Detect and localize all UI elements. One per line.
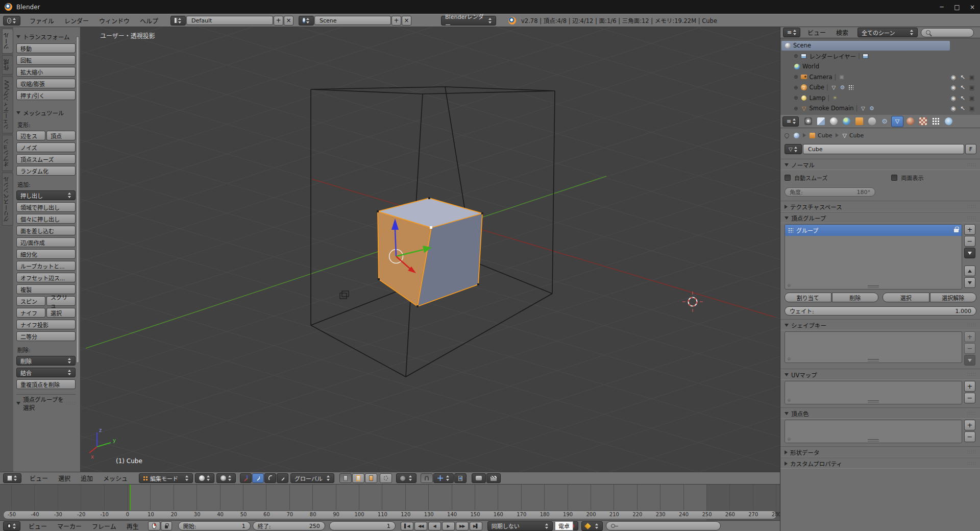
snap-toggle-button[interactable] bbox=[421, 473, 433, 483]
selectable-cursor-icon[interactable]: ↖ bbox=[959, 105, 966, 112]
timeline-track[interactable]: -50-40-30-20-100102030405060708090100110… bbox=[0, 485, 780, 520]
tool-button-押し出し[interactable]: 押し出し bbox=[16, 190, 76, 200]
delete-layout-button[interactable]: × bbox=[284, 16, 293, 26]
mesh-datablock-button[interactable]: ▽ bbox=[785, 144, 802, 154]
tool-button-面を差し込む[interactable]: 面を差し込む bbox=[16, 226, 76, 235]
viewport-menu-追加[interactable]: 追加 bbox=[76, 474, 98, 482]
remove-vertex-group-button[interactable]: − bbox=[964, 236, 975, 247]
shape-key-specials-button[interactable] bbox=[964, 355, 975, 366]
auto-smooth-checkbox[interactable] bbox=[785, 175, 791, 181]
keying-set-select[interactable] bbox=[581, 521, 603, 531]
tool-button-移動[interactable]: 移動 bbox=[16, 43, 76, 53]
tool-button-ループカットと...[interactable]: ループカットと... bbox=[16, 261, 76, 271]
tool-button-ランダム化[interactable]: ランダム化 bbox=[16, 166, 76, 176]
renderable-camera-icon[interactable]: ▣ bbox=[968, 94, 975, 102]
play-button[interactable]: ▶ bbox=[442, 522, 455, 530]
weight-slider[interactable]: ウェイト:1.000 bbox=[785, 306, 976, 316]
properties-tab-scene[interactable] bbox=[827, 116, 840, 127]
active-keying-set-field[interactable] bbox=[606, 521, 721, 530]
vertex-groups-list[interactable]: グループ ⊕ bbox=[785, 224, 962, 289]
delete-scene-button[interactable]: × bbox=[402, 16, 411, 26]
outliner-row-Cube[interactable]: ⊕▽Cube|▽⚙◉↖▣ bbox=[780, 82, 980, 93]
menu-ファイル[interactable]: ファイル bbox=[24, 16, 59, 25]
pivot-select[interactable] bbox=[216, 473, 236, 483]
tool-button-収縮/膨張[interactable]: 収縮/膨張 bbox=[16, 79, 76, 88]
tool-button-辺/面作成[interactable]: 辺/面作成 bbox=[16, 237, 76, 247]
expand-icon[interactable]: ⊕ bbox=[794, 85, 798, 90]
screen-layout-field[interactable]: Default bbox=[186, 16, 273, 25]
editor-type-button[interactable]: ≡ bbox=[782, 116, 799, 127]
current-frame-field[interactable]: 1 bbox=[329, 521, 396, 530]
renderable-camera-icon[interactable]: ▣ bbox=[968, 105, 975, 112]
add-scene-button[interactable]: + bbox=[391, 16, 401, 26]
properties-tab-material[interactable] bbox=[904, 116, 916, 127]
vertex-group-item[interactable]: グループ bbox=[785, 225, 962, 236]
timeline-menu-マーカー[interactable]: マーカー bbox=[52, 522, 87, 530]
menu-レンダー[interactable]: レンダー bbox=[59, 16, 94, 25]
add-shape-key-button[interactable]: + bbox=[964, 331, 975, 342]
edge-select-mode-button[interactable] bbox=[352, 473, 364, 483]
properties-tab-object-data[interactable]: ▽ bbox=[891, 116, 903, 127]
tool-button-頂点スムーズ[interactable]: 頂点スムーズ bbox=[16, 154, 76, 164]
panel-header-トランスフォーム[interactable]: トランスフォーム bbox=[16, 32, 76, 41]
editor-type-button[interactable] bbox=[3, 521, 20, 531]
move-group-up-button[interactable] bbox=[964, 266, 975, 276]
remove-button[interactable]: 削除 bbox=[832, 293, 879, 302]
viewport-menu-選択[interactable]: 選択 bbox=[53, 474, 76, 482]
panel-header-uv-maps[interactable]: UVマップ::::: bbox=[780, 369, 980, 380]
selected-vertex[interactable] bbox=[430, 226, 432, 229]
assign-button[interactable]: 割り当て bbox=[785, 293, 831, 302]
outliner-menu-ビュー[interactable]: ビュー bbox=[802, 28, 831, 37]
outliner-row-Camera[interactable]: ⊕Camera|▣◉↖▣ bbox=[780, 72, 980, 83]
remove-shape-key-button[interactable]: − bbox=[964, 343, 975, 354]
vertex-group-specials-button[interactable] bbox=[964, 248, 975, 258]
manipulator-toggle-button[interactable] bbox=[240, 473, 252, 483]
viewport-menu-ビュー[interactable]: ビュー bbox=[24, 474, 53, 482]
vertex-colors-list[interactable]: ⊕ bbox=[785, 420, 962, 443]
maximize-button[interactable]: □ bbox=[949, 2, 965, 12]
tool-button-選択[interactable]: 選択 bbox=[46, 308, 76, 318]
vertex-select-mode-button[interactable] bbox=[339, 473, 352, 483]
move-group-down-button[interactable] bbox=[964, 277, 975, 288]
uv-maps-list[interactable]: ⊕ bbox=[785, 381, 962, 404]
sync-mode-select[interactable]: 同期しない bbox=[487, 521, 553, 531]
outliner-row-レンダーレイヤー[interactable]: ⊕レンダーレイヤー| bbox=[780, 51, 980, 62]
properties-tab-physics[interactable] bbox=[942, 116, 954, 127]
tool-button-ナイフ投影[interactable]: ナイフ投影 bbox=[16, 320, 76, 329]
properties-tab-render[interactable] bbox=[802, 116, 814, 127]
outliner-row-Scene[interactable]: Scene bbox=[780, 40, 980, 51]
minimize-button[interactable]: ─ bbox=[934, 2, 949, 12]
remove-uv-map-button[interactable]: − bbox=[964, 393, 975, 403]
menu-ヘルプ[interactable]: ヘルプ bbox=[135, 16, 163, 25]
add-vertex-group-button[interactable]: + bbox=[964, 224, 975, 235]
timeline-menu-ビュー[interactable]: ビュー bbox=[23, 522, 52, 530]
timeline-menu-再生[interactable]: 再生 bbox=[121, 522, 144, 530]
panel-header-vertex-groups[interactable]: 頂点グループ::::: bbox=[780, 212, 980, 223]
selectable-cursor-icon[interactable]: ↖ bbox=[959, 74, 966, 81]
double-sided-checkbox[interactable] bbox=[891, 175, 897, 181]
timeline-ruler[interactable]: -50-40-30-20-100102030405060708090100110… bbox=[3, 511, 777, 519]
tool-button-辺をス[interactable]: 辺をス bbox=[16, 131, 45, 140]
outliner-search-input[interactable] bbox=[921, 28, 974, 37]
panel-header-texture-space[interactable]: テクスチャスペース::::: bbox=[780, 201, 980, 212]
lock-icon[interactable] bbox=[954, 229, 959, 232]
tool-button-二等分[interactable]: 二等分 bbox=[16, 331, 76, 341]
tool-button-結合[interactable]: 結合 bbox=[16, 368, 76, 377]
jump-to-end-button[interactable]: ▶▌ bbox=[470, 522, 482, 530]
panel-header-vertex-colors[interactable]: 頂点色::::: bbox=[780, 407, 980, 419]
pin-icon[interactable] bbox=[783, 132, 790, 139]
shelf-tab-オプション[interactable]: オプション bbox=[2, 135, 13, 171]
tool-button-スクリュ[interactable]: スクリュ bbox=[46, 296, 76, 306]
editor-type-button[interactable]: i bbox=[3, 16, 20, 26]
remove-vertex-color-button[interactable]: − bbox=[964, 431, 975, 442]
face-select-mode-button[interactable] bbox=[365, 473, 377, 483]
list-resize-grip[interactable] bbox=[868, 439, 879, 442]
render-button[interactable] bbox=[472, 473, 486, 483]
close-button[interactable]: × bbox=[965, 2, 980, 12]
visibility-eye-icon[interactable]: ◉ bbox=[950, 74, 957, 81]
panel-header-geometry-data[interactable]: 形状データ::::: bbox=[780, 446, 980, 457]
snap-target-button[interactable] bbox=[454, 473, 467, 483]
shelf-tab-ツール[interactable]: ツール bbox=[2, 29, 13, 54]
tool-shelf-scrollbar[interactable] bbox=[76, 36, 79, 363]
rotate-manipulator-button[interactable] bbox=[264, 473, 276, 483]
